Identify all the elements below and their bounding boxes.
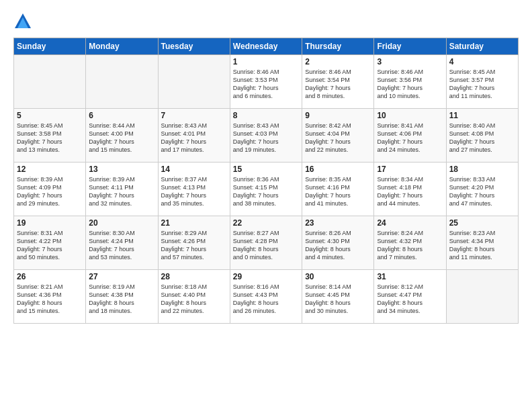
day-number: 29 — [233, 272, 299, 281]
day-info: Sunrise: 8:42 AM Sunset: 4:04 PM Dayligh… — [305, 122, 371, 154]
header — [13, 12, 519, 31]
day-number: 28 — [161, 272, 227, 281]
day-info: Sunrise: 8:37 AM Sunset: 4:13 PM Dayligh… — [161, 175, 227, 208]
day-cell: 16Sunrise: 8:35 AM Sunset: 4:16 PM Dayli… — [302, 163, 374, 216]
col-header-saturday: Saturday — [446, 38, 518, 55]
week-row-2: 5Sunrise: 8:45 AM Sunset: 3:58 PM Daylig… — [14, 109, 519, 163]
col-header-monday: Monday — [86, 38, 158, 55]
day-cell — [86, 55, 158, 109]
day-number: 24 — [377, 218, 443, 228]
day-cell: 20Sunrise: 8:30 AM Sunset: 4:24 PM Dayli… — [86, 216, 158, 270]
day-number: 7 — [161, 111, 227, 120]
day-cell: 22Sunrise: 8:27 AM Sunset: 4:28 PM Dayli… — [230, 216, 302, 270]
day-cell: 24Sunrise: 8:24 AM Sunset: 4:32 PM Dayli… — [374, 216, 446, 270]
day-info: Sunrise: 8:14 AM Sunset: 4:45 PM Dayligh… — [305, 283, 371, 316]
day-info: Sunrise: 8:40 AM Sunset: 4:08 PM Dayligh… — [449, 122, 515, 154]
day-info: Sunrise: 8:46 AM Sunset: 3:53 PM Dayligh… — [233, 68, 299, 101]
day-cell: 2Sunrise: 8:46 AM Sunset: 3:54 PM Daylig… — [302, 55, 374, 109]
day-info: Sunrise: 8:39 AM Sunset: 4:09 PM Dayligh… — [17, 175, 83, 208]
day-number: 3 — [377, 57, 443, 66]
day-cell: 27Sunrise: 8:19 AM Sunset: 4:38 PM Dayli… — [86, 270, 158, 324]
day-number: 5 — [17, 111, 83, 120]
day-info: Sunrise: 8:39 AM Sunset: 4:11 PM Dayligh… — [89, 175, 154, 208]
day-info: Sunrise: 8:44 AM Sunset: 4:00 PM Dayligh… — [89, 122, 154, 154]
day-info: Sunrise: 8:46 AM Sunset: 3:54 PM Dayligh… — [305, 68, 371, 101]
day-info: Sunrise: 8:18 AM Sunset: 4:40 PM Dayligh… — [161, 283, 227, 316]
day-info: Sunrise: 8:33 AM Sunset: 4:20 PM Dayligh… — [449, 175, 515, 208]
day-number: 23 — [305, 218, 371, 228]
header-row: SundayMondayTuesdayWednesdayThursdayFrid… — [14, 38, 519, 55]
day-info: Sunrise: 8:43 AM Sunset: 4:01 PM Dayligh… — [161, 122, 227, 154]
day-number: 27 — [89, 272, 154, 281]
day-cell: 15Sunrise: 8:36 AM Sunset: 4:15 PM Dayli… — [230, 163, 302, 216]
day-cell: 25Sunrise: 8:23 AM Sunset: 4:34 PM Dayli… — [446, 216, 518, 270]
day-cell: 23Sunrise: 8:26 AM Sunset: 4:30 PM Dayli… — [302, 216, 374, 270]
day-number: 25 — [449, 218, 515, 228]
day-cell: 8Sunrise: 8:43 AM Sunset: 4:03 PM Daylig… — [230, 109, 302, 163]
day-info: Sunrise: 8:30 AM Sunset: 4:24 PM Dayligh… — [89, 229, 154, 262]
day-info: Sunrise: 8:41 AM Sunset: 4:06 PM Dayligh… — [377, 122, 443, 154]
day-cell — [446, 270, 518, 324]
day-cell: 30Sunrise: 8:14 AM Sunset: 4:45 PM Dayli… — [302, 270, 374, 324]
col-header-wednesday: Wednesday — [230, 38, 302, 55]
day-cell: 4Sunrise: 8:45 AM Sunset: 3:57 PM Daylig… — [446, 55, 518, 109]
page: SundayMondayTuesdayWednesdayThursdayFrid… — [0, 0, 532, 411]
day-number: 10 — [377, 111, 443, 120]
day-cell: 14Sunrise: 8:37 AM Sunset: 4:13 PM Dayli… — [158, 163, 230, 216]
col-header-friday: Friday — [374, 38, 446, 55]
day-cell: 31Sunrise: 8:12 AM Sunset: 4:47 PM Dayli… — [374, 270, 446, 324]
day-number: 9 — [305, 111, 371, 120]
day-cell: 3Sunrise: 8:46 AM Sunset: 3:56 PM Daylig… — [374, 55, 446, 109]
day-number: 1 — [233, 57, 299, 66]
day-info: Sunrise: 8:43 AM Sunset: 4:03 PM Dayligh… — [233, 122, 299, 154]
day-info: Sunrise: 8:46 AM Sunset: 3:56 PM Dayligh… — [377, 68, 443, 101]
day-number: 22 — [233, 218, 299, 228]
day-info: Sunrise: 8:36 AM Sunset: 4:15 PM Dayligh… — [233, 175, 299, 208]
week-row-1: 1Sunrise: 8:46 AM Sunset: 3:53 PM Daylig… — [14, 55, 519, 109]
day-info: Sunrise: 8:34 AM Sunset: 4:18 PM Dayligh… — [377, 175, 443, 208]
day-cell: 12Sunrise: 8:39 AM Sunset: 4:09 PM Dayli… — [14, 163, 86, 216]
day-number: 18 — [449, 165, 515, 174]
day-number: 19 — [17, 218, 83, 228]
day-number: 17 — [377, 165, 443, 174]
week-row-5: 26Sunrise: 8:21 AM Sunset: 4:36 PM Dayli… — [14, 270, 519, 324]
day-info: Sunrise: 8:19 AM Sunset: 4:38 PM Dayligh… — [89, 283, 154, 316]
week-row-3: 12Sunrise: 8:39 AM Sunset: 4:09 PM Dayli… — [14, 163, 519, 216]
day-number: 15 — [233, 165, 299, 174]
col-header-tuesday: Tuesday — [158, 38, 230, 55]
day-cell: 1Sunrise: 8:46 AM Sunset: 3:53 PM Daylig… — [230, 55, 302, 109]
day-cell: 10Sunrise: 8:41 AM Sunset: 4:06 PM Dayli… — [374, 109, 446, 163]
day-cell: 18Sunrise: 8:33 AM Sunset: 4:20 PM Dayli… — [446, 163, 518, 216]
day-info: Sunrise: 8:16 AM Sunset: 4:43 PM Dayligh… — [233, 283, 299, 316]
day-cell: 29Sunrise: 8:16 AM Sunset: 4:43 PM Dayli… — [230, 270, 302, 324]
day-number: 21 — [161, 218, 227, 228]
day-number: 30 — [305, 272, 371, 281]
day-cell: 21Sunrise: 8:29 AM Sunset: 4:26 PM Dayli… — [158, 216, 230, 270]
day-number: 16 — [305, 165, 371, 174]
day-info: Sunrise: 8:29 AM Sunset: 4:26 PM Dayligh… — [161, 229, 227, 262]
logo — [13, 12, 35, 31]
day-info: Sunrise: 8:21 AM Sunset: 4:36 PM Dayligh… — [17, 283, 83, 316]
day-cell: 6Sunrise: 8:44 AM Sunset: 4:00 PM Daylig… — [86, 109, 158, 163]
day-cell — [158, 55, 230, 109]
day-cell: 28Sunrise: 8:18 AM Sunset: 4:40 PM Dayli… — [158, 270, 230, 324]
day-cell: 13Sunrise: 8:39 AM Sunset: 4:11 PM Dayli… — [86, 163, 158, 216]
day-number: 13 — [89, 165, 154, 174]
day-number: 6 — [89, 111, 154, 120]
day-info: Sunrise: 8:12 AM Sunset: 4:47 PM Dayligh… — [377, 283, 443, 316]
day-info: Sunrise: 8:24 AM Sunset: 4:32 PM Dayligh… — [377, 229, 443, 262]
day-cell: 19Sunrise: 8:31 AM Sunset: 4:22 PM Dayli… — [14, 216, 86, 270]
col-header-sunday: Sunday — [14, 38, 86, 55]
day-number: 12 — [17, 165, 83, 174]
day-number: 8 — [233, 111, 299, 120]
day-info: Sunrise: 8:35 AM Sunset: 4:16 PM Dayligh… — [305, 175, 371, 208]
day-info: Sunrise: 8:23 AM Sunset: 4:34 PM Dayligh… — [449, 229, 515, 262]
calendar: SundayMondayTuesdayWednesdayThursdayFrid… — [13, 38, 519, 324]
day-cell: 9Sunrise: 8:42 AM Sunset: 4:04 PM Daylig… — [302, 109, 374, 163]
week-row-4: 19Sunrise: 8:31 AM Sunset: 4:22 PM Dayli… — [14, 216, 519, 270]
day-info: Sunrise: 8:26 AM Sunset: 4:30 PM Dayligh… — [305, 229, 371, 262]
day-info: Sunrise: 8:45 AM Sunset: 3:57 PM Dayligh… — [449, 68, 515, 101]
day-number: 31 — [377, 272, 443, 281]
day-number: 11 — [449, 111, 515, 120]
col-header-thursday: Thursday — [302, 38, 374, 55]
